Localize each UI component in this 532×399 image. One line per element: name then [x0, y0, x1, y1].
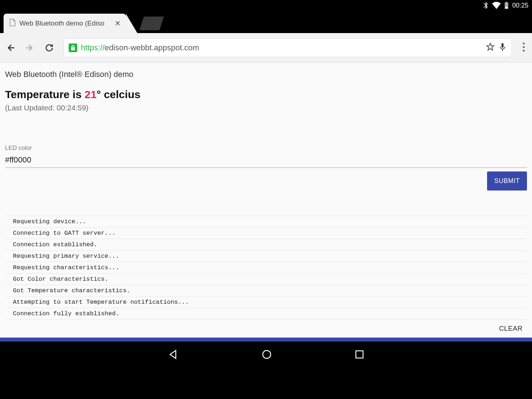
browser-tab[interactable]: Web Bluetooth demo (Ediso ✕	[4, 14, 126, 33]
wifi-icon	[492, 2, 501, 9]
back-soft-button[interactable]	[168, 349, 179, 361]
temp-prefix: Temperature is	[5, 88, 84, 100]
log-line: Connecting to GATT server...	[5, 227, 527, 239]
log-line: Got Temperature characteristics.	[5, 285, 527, 296]
page-content: Web Bluetooth (Intel® Edison) demo Tempe…	[0, 63, 532, 341]
svg-point-7	[263, 350, 271, 358]
log-line: Connection fully established.	[5, 308, 527, 320]
status-bar: 00:25	[0, 0, 532, 11]
clear-button[interactable]: CLEAR	[499, 325, 523, 332]
lock-icon	[69, 43, 77, 52]
submit-button[interactable]: SUBMIT	[487, 171, 527, 191]
home-soft-button[interactable]	[261, 349, 272, 361]
url-host: edison-webbt.appspot.com	[105, 43, 199, 52]
url-text: https://edison-webbt.appspot.com	[81, 43, 482, 52]
menu-icon[interactable]	[520, 42, 527, 53]
svg-rect-0	[505, 7, 508, 8]
status-time: 00:25	[512, 2, 528, 9]
svg-point-4	[523, 42, 525, 44]
bluetooth-icon	[483, 2, 489, 9]
address-bar[interactable]: https://edison-webbt.appspot.com	[63, 38, 512, 57]
log-line: Attempting to start Temperature notifica…	[5, 296, 527, 308]
back-button[interactable]	[5, 42, 16, 53]
android-navbar	[0, 341, 532, 369]
reload-button[interactable]	[44, 42, 55, 53]
disconnect-bar: DISCONNECT	[0, 338, 532, 341]
forward-button[interactable]	[24, 42, 35, 53]
svg-rect-8	[356, 351, 363, 358]
battery-icon	[504, 2, 509, 9]
browser-toolbar: https://edison-webbt.appspot.com	[0, 33, 532, 63]
url-protocol: https://	[81, 43, 105, 52]
star-icon[interactable]	[486, 42, 495, 53]
led-color-label: LED color	[5, 145, 527, 152]
tab-title: Web Bluetooth demo (Ediso	[19, 19, 104, 27]
log-output: Requesting device...Connecting to GATT s…	[5, 216, 527, 320]
temperature-heading: Temperature is 21° celcius	[5, 88, 527, 101]
log-line: Connection established.	[5, 239, 527, 250]
svg-point-5	[523, 46, 525, 48]
log-line: Got Color characteristics.	[5, 273, 527, 285]
mic-icon[interactable]	[499, 42, 506, 53]
new-tab-button[interactable]	[139, 17, 164, 30]
svg-rect-2	[501, 43, 504, 48]
close-icon[interactable]: ✕	[115, 19, 121, 28]
recent-soft-button[interactable]	[355, 350, 364, 361]
log-line: Requesting characteristics...	[5, 262, 527, 273]
svg-rect-1	[71, 47, 75, 50]
last-updated: (Last Updated: 00:24:59)	[5, 104, 527, 112]
page-subtitle: Web Bluetooth (Intel® Edison) demo	[5, 70, 527, 79]
log-line: Requesting primary service...	[5, 250, 527, 262]
page-icon	[9, 19, 16, 28]
log-line: Requesting device...	[5, 216, 527, 227]
tab-strip: Web Bluetooth demo (Ediso ✕	[0, 11, 532, 33]
led-color-input[interactable]	[5, 154, 527, 168]
temp-value: 21	[84, 88, 96, 100]
temp-suffix: ° celcius	[97, 88, 141, 100]
svg-point-6	[523, 50, 525, 51]
